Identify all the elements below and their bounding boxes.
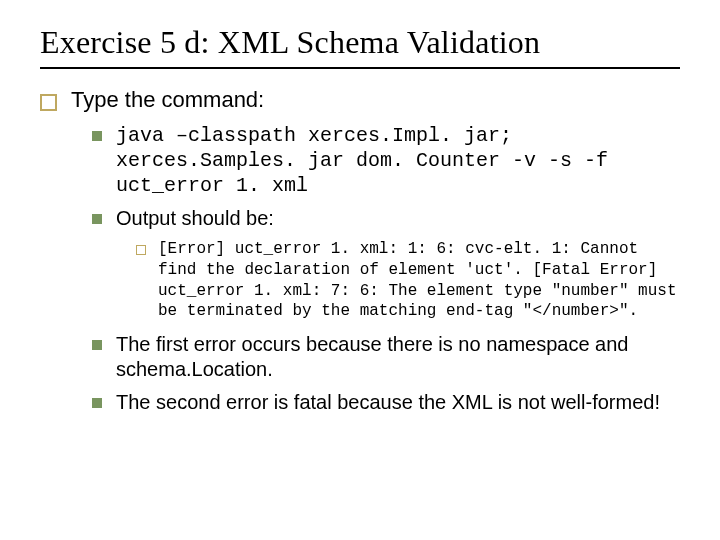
explain-text-2: The second error is fatal because the XM… bbox=[116, 390, 660, 415]
square-tiny-icon bbox=[136, 245, 146, 255]
lvl1-text: Type the command: bbox=[71, 87, 264, 113]
bullet-level2: Output should be: bbox=[92, 206, 680, 231]
square-solid-icon bbox=[92, 131, 102, 141]
output-label: Output should be: bbox=[116, 206, 274, 231]
bullet-level1: Type the command: bbox=[40, 87, 680, 113]
title-underline bbox=[40, 67, 680, 69]
square-outline-icon bbox=[40, 94, 57, 111]
command-text: java –classpath xerces.Impl. jar; xerces… bbox=[116, 123, 680, 198]
bullet-level2: java –classpath xerces.Impl. jar; xerces… bbox=[92, 123, 680, 198]
slide-title: Exercise 5 d: XML Schema Validation bbox=[40, 24, 680, 61]
square-solid-icon bbox=[92, 214, 102, 224]
square-solid-icon bbox=[92, 340, 102, 350]
square-solid-icon bbox=[92, 398, 102, 408]
output-text: [Error] uct_error 1. xml: 1: 6: cvc-elt.… bbox=[158, 239, 680, 322]
explain-text-1: The first error occurs because there is … bbox=[116, 332, 680, 382]
bullet-level2: The second error is fatal because the XM… bbox=[92, 390, 680, 415]
bullet-level3: [Error] uct_error 1. xml: 1: 6: cvc-elt.… bbox=[136, 239, 680, 322]
bullet-level2: The first error occurs because there is … bbox=[92, 332, 680, 382]
